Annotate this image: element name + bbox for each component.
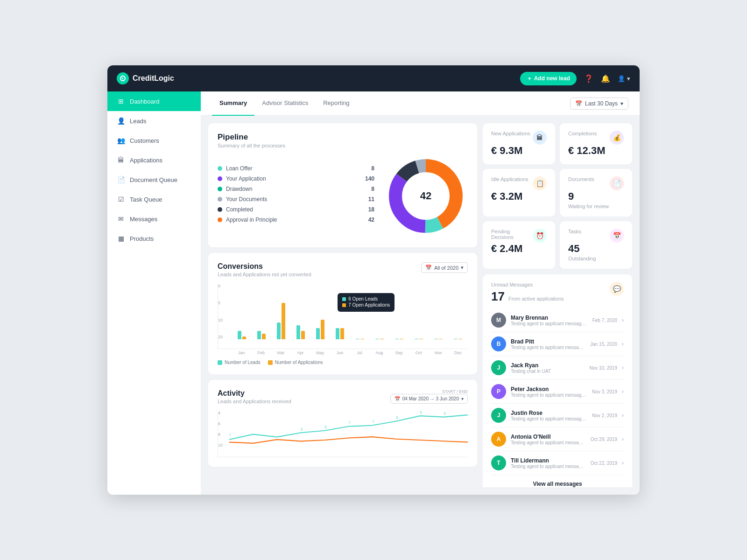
chevron-down-icon: ▾ (461, 265, 464, 271)
sidebar-item-customers[interactable]: 👥 Customers (107, 131, 201, 150)
help-icon[interactable]: ❓ (584, 74, 593, 83)
message-item-1[interactable]: BBrad PittTesting agent to applicant mes… (491, 332, 624, 356)
message-item-4[interactable]: JJustin RoseTesting agent to applicant m… (491, 404, 624, 427)
legend-completed: Completed 18 (218, 206, 374, 213)
x-label-may: May (310, 350, 330, 355)
stat-completions: Completions 💰 € 12.3M (560, 123, 632, 164)
activity-date-range-value: 04 Mar 2020 → 3 Jun 2020 (402, 396, 459, 401)
idle-apps-icon: 📋 (533, 176, 547, 190)
stat-value-documents: 9 (568, 190, 624, 203)
tab-summary[interactable]: Summary (212, 91, 254, 116)
stat-idle-applications: Idle Applications 📋 € 3.2M (483, 169, 555, 217)
user-menu[interactable]: 👤 ▾ (618, 75, 630, 82)
sidebar-label-task-queue: Task Queue (130, 196, 162, 203)
stat-sub-documents: Waiting for review (568, 203, 624, 209)
sidebar-item-applications[interactable]: 🏛 Applications (107, 150, 201, 170)
x-axis-labels: JanFebMarAprMayJunJulAugSepOctNovDec (218, 349, 468, 355)
legend-num-approval: 42 (368, 217, 374, 223)
bar-group-jan (232, 331, 252, 339)
chart-legend: Number of Leads Number of Applications (218, 360, 468, 365)
message-preview-1: Testing agent to applicant messages... (511, 345, 585, 350)
legend-label-loan-offer: Loan Offer (226, 165, 252, 172)
x-label-aug: Aug (369, 350, 389, 355)
message-chevron-4: › (622, 412, 624, 419)
legend-label-your-documents: Your Documents (226, 196, 267, 203)
activity-subtitle: Leads and Applications received (218, 399, 390, 404)
bar-apps-mar (282, 303, 285, 339)
legend-apps-dot (268, 360, 273, 365)
message-name-2: Jack Ryan (511, 362, 585, 369)
message-item-3[interactable]: PPeter JacksonTesting agent to applicant… (491, 380, 624, 404)
svg-text:6: 6 (301, 427, 303, 432)
content-area: Summary Advisor Statistics Reporting 📅 L… (201, 91, 640, 495)
pending-icon: ⏰ (533, 229, 547, 243)
stat-value-tasks: 45 (568, 243, 624, 255)
stat-value-new-apps: € 9.3M (491, 145, 547, 157)
calendar-icon-small: 📅 (395, 396, 400, 401)
message-content-4: Justin RoseTesting agent to applicant me… (511, 410, 587, 421)
stat-label-completions: Completions (568, 131, 597, 136)
view-all-messages-button[interactable]: View all messages (491, 475, 624, 487)
tabbar: Summary Advisor Statistics Reporting 📅 L… (201, 91, 640, 116)
stat-value-completions: € 12.3M (568, 145, 624, 157)
message-content-3: Peter JacksonTesting agent to applicant … (511, 386, 587, 398)
sidebar-item-messages[interactable]: ✉ Messages (107, 209, 201, 229)
message-item-0[interactable]: MMary BrennanTesting agent to applicant … (491, 308, 624, 332)
tasks-icon: 📅 (610, 229, 624, 243)
activity-card: Activity Leads and Applications received… (208, 380, 477, 467)
pipeline-subtitle: Summary of all the processes (218, 143, 468, 148)
tab-advisor-statistics[interactable]: Advisor Statistics (254, 91, 316, 116)
message-preview-5: Testing agent to applicant messages... (511, 440, 586, 445)
chevron-down-icon: ▾ (620, 100, 623, 107)
new-apps-icon: 🏛 (533, 131, 547, 145)
notifications-icon[interactable]: 🔔 (601, 74, 610, 83)
sidebar-item-task-queue[interactable]: ☑ Task Queue (107, 189, 201, 209)
stat-pending-decisions: Pending Decisions ⏰ € 2.4M (483, 221, 555, 269)
message-content-1: Brad PittTesting agent to applicant mess… (511, 338, 585, 350)
left-panel: Pipeline Summary of all the processes Lo… (208, 123, 477, 487)
sidebar: ⊞ Dashboard 👤 Leads 👥 Customers 🏛 Applic… (107, 91, 201, 495)
message-chevron-1: › (622, 341, 624, 347)
sidebar-item-leads[interactable]: 👤 Leads (107, 111, 201, 131)
messages-chat-icon: 💬 (610, 282, 624, 296)
message-avatar-0: M (491, 313, 506, 328)
applications-icon: 🏛 (117, 156, 125, 164)
message-item-5[interactable]: AAntonia O'NeillTesting agent to applica… (491, 427, 624, 451)
logo[interactable]: CreditLogic (117, 72, 174, 84)
message-name-5: Antonia O'Neill (511, 434, 586, 440)
x-label-jan: Jan (232, 350, 251, 355)
conversions-filter-button[interactable]: 📅 All of 2020 ▾ (421, 262, 468, 273)
message-avatar-2: J (491, 360, 506, 375)
stat-sub-tasks: Outstanding (568, 256, 624, 261)
activity-date-range-button[interactable]: 📅 04 Mar 2020 → 3 Jun 2020 ▾ (390, 394, 468, 404)
tab-reporting[interactable]: Reporting (316, 91, 357, 116)
add-lead-button[interactable]: ＋ Add new lead (520, 72, 577, 85)
sidebar-item-dashboard[interactable]: ⊞ Dashboard (107, 91, 201, 111)
stat-label-documents: Documents (568, 176, 594, 182)
svg-text:6: 6 (444, 411, 446, 416)
message-chevron-3: › (622, 388, 624, 395)
x-label-jul: Jul (350, 350, 369, 355)
bar-leads-jun (336, 328, 339, 339)
stats-grid: New Applications 🏛 € 9.3M Completions 💰 (483, 123, 632, 269)
date-filter-button[interactable]: 📅 Last 30 Days ▾ (570, 98, 628, 110)
plus-icon: ＋ (527, 75, 532, 83)
pipeline-card: Pipeline Summary of all the processes Lo… (208, 123, 477, 247)
message-name-1: Brad Pitt (511, 338, 585, 345)
x-label-sep: Sep (389, 350, 409, 355)
user-avatar-icon: 👤 (618, 75, 625, 82)
x-label-feb: Feb (251, 350, 271, 355)
message-item-6[interactable]: TTill LidermannTesting agent to applican… (491, 451, 624, 475)
legend-label-drawdown: Drawdown (226, 186, 253, 192)
messages-icon: ✉ (117, 215, 125, 223)
message-date-1: Jan 15, 2020 (590, 342, 617, 347)
bar-leads-oct (415, 339, 418, 339)
message-item-2[interactable]: JJack RyanTesting chat in UATNov 10, 201… (491, 356, 624, 380)
bar-leads-jul (356, 339, 359, 339)
bar-leads-may (316, 328, 320, 339)
activity-title: Activity (218, 389, 390, 398)
tooltip-apps-label: 7 Open Applications (348, 302, 390, 308)
sidebar-item-document-queue[interactable]: 📄 Document Queue (107, 170, 201, 189)
message-preview-0: Testing agent to applicant messages... (511, 321, 588, 326)
sidebar-item-products[interactable]: ▦ Products (107, 229, 201, 248)
